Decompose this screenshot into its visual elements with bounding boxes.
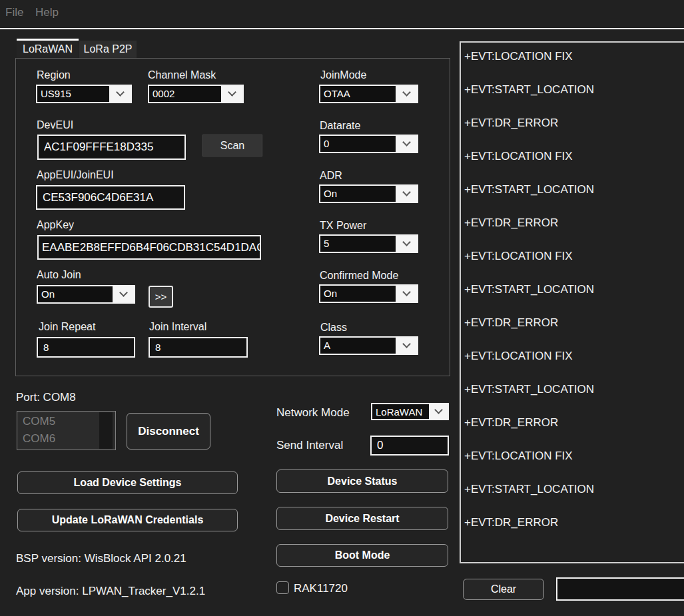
chevron-down-icon[interactable] [396,286,417,302]
log-entry[interactable]: +EVT:DR_ERROR [461,309,684,342]
device-status-button[interactable]: Device Status [276,469,448,493]
adr-label: ADR [320,170,342,182]
tab-lora-p2p-label: LoRa P2P [84,43,133,55]
update-lorawan-credentials-button[interactable]: Update LoRaWAN Credentials [17,509,238,531]
joinmode-label: JoinMode [320,69,366,81]
appeui-input[interactable] [36,185,185,210]
region-dropdown[interactable]: US915 [36,85,132,103]
chevron-down-icon[interactable] [396,186,417,202]
log-entry[interactable]: +EVT:START_LOCATION [461,475,684,509]
txpower-dropdown[interactable]: 5 [319,234,418,253]
send-interval-input[interactable] [370,436,449,456]
appkey-input[interactable] [37,235,261,260]
log-entry[interactable]: +EVT:LOCATION FIX [461,442,684,475]
log-entry[interactable]: +EVT:START_LOCATION [461,276,684,309]
tab-lorawan[interactable]: LoRaWAN [17,39,79,58]
log-entry[interactable]: +EVT:DR_ERROR [461,409,684,442]
log-entry[interactable]: +EVT:LOCATION FIX [461,342,684,376]
deveui-label: DevEUI [37,119,73,131]
channel-mask-label: Channel Mask [148,69,216,81]
app-version-text: App version: LPWAN_Tracker_V1.2.1 [16,585,205,598]
autojoin-value: On [38,286,113,302]
network-mode-label: Network Mode [276,406,350,420]
appkey-label: AppKey [37,219,74,231]
menu-separator [0,28,684,29]
datarate-label: Datarate [320,120,360,132]
scan-button[interactable]: Scan [202,135,262,156]
port-list[interactable]: COM5COM6 [17,411,116,450]
confirmed-mode-label: Confirmed Mode [320,270,398,282]
joinmode-dropdown[interactable]: OTAA [319,85,418,103]
log-entry[interactable]: +EVT:LOCATION FIX [461,143,684,176]
appeui-label: AppEUI/JoinEUI [37,169,114,181]
port-list-scrollbar[interactable] [99,412,113,449]
autojoin-label: Auto Join [37,269,81,281]
chevron-down-icon[interactable] [396,236,417,252]
deveui-input[interactable] [37,135,186,160]
join-repeat-label: Join Repeat [39,321,95,333]
rak11720-checkbox-label: RAK11720 [294,582,348,595]
chevron-down-icon[interactable] [113,286,134,302]
chevron-down-icon[interactable] [396,86,417,102]
log-entry[interactable]: +EVT:DR_ERROR [461,109,684,143]
join-repeat-input[interactable] [37,337,135,358]
adr-dropdown[interactable]: On [319,184,418,203]
log-command-input[interactable] [556,577,684,601]
tab-lorawan-label: LoRaWAN [23,43,73,55]
chevron-down-icon[interactable] [221,86,242,102]
txpower-value: 5 [320,236,396,252]
class-value: A [320,338,396,354]
chevron-down-icon[interactable] [429,404,448,419]
channel-mask-dropdown[interactable]: 0002 [148,85,244,103]
bsp-version-text: BSP version: WisBlock API 2.0.21 [16,552,186,565]
log-entry[interactable]: +EVT:START_LOCATION [461,376,684,409]
joinmode-value: OTAA [320,86,396,102]
clear-button[interactable]: Clear [463,579,544,600]
join-interval-label: Join Interval [149,321,206,333]
log-entry[interactable]: +EVT:LOCATION FIX [461,242,684,276]
port-label: Port: COM8 [16,391,76,404]
chevron-down-icon[interactable] [109,86,131,102]
log-entry[interactable]: +EVT:LOCATION FIX [461,43,684,76]
log-list[interactable]: +EVT:LOCATION FIX+EVT:START_LOCATION+EVT… [460,41,684,563]
expand-button[interactable]: >> [149,286,173,308]
app-window: File Help LoRaWAN LoRa P2P Region US915 … [0,0,684,616]
datarate-value: 0 [320,136,396,152]
chevron-down-icon[interactable] [396,338,417,354]
log-entry[interactable]: +EVT:START_LOCATION [461,176,684,209]
log-entry[interactable]: +EVT:DR_ERROR [461,209,684,242]
load-device-settings-button[interactable]: Load Device Settings [17,471,238,494]
network-mode-dropdown[interactable]: LoRaWAN [371,403,449,420]
adr-value: On [320,186,396,202]
channel-mask-value: 0002 [149,86,221,102]
region-label: Region [37,69,71,81]
confirmed-mode-dropdown[interactable]: On [319,284,418,303]
join-interval-input[interactable] [149,337,248,358]
menu-help[interactable]: Help [35,6,59,19]
network-mode-value: LoRaWAN [372,404,429,419]
class-label: Class [320,322,347,334]
class-dropdown[interactable]: A [319,336,418,355]
rak11720-checkbox[interactable] [276,581,289,594]
log-entry[interactable]: +EVT:DR_ERROR [461,509,684,542]
disconnect-button[interactable]: Disconnect [127,413,210,450]
datarate-dropdown[interactable]: 0 [319,135,418,153]
tab-lora-p2p[interactable]: LoRa P2P [79,41,137,58]
region-value: US915 [37,86,109,102]
chevron-down-icon[interactable] [396,136,417,152]
boot-mode-button[interactable]: Boot Mode [276,544,448,567]
send-interval-label: Send Interval [276,439,343,452]
autojoin-dropdown[interactable]: On [37,285,135,304]
txpower-label: TX Power [320,220,366,232]
menu-file[interactable]: File [5,6,23,19]
confirmed-mode-value: On [320,286,396,302]
device-restart-button[interactable]: Device Restart [276,507,448,530]
log-entry[interactable]: +EVT:START_LOCATION [461,76,684,109]
